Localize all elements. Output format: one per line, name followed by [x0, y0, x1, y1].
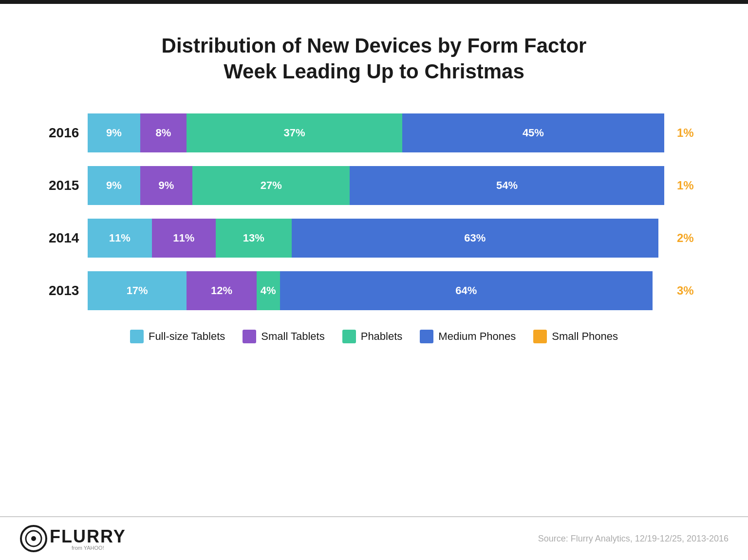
- bar-segment-phablet: 13%: [216, 219, 291, 258]
- trailing-label: 1%: [670, 126, 699, 140]
- bar-segment-phablet: 37%: [187, 113, 402, 152]
- legend-label: Full-size Tablets: [149, 330, 225, 343]
- title-line1: Distribution of New Devices by Form Fact…: [39, 33, 709, 59]
- legend-color-box: [243, 330, 256, 343]
- bar-segment-phablet: 27%: [192, 166, 350, 205]
- flurry-name: FLURRY: [50, 526, 126, 547]
- bar-segment-small_tablet: 12%: [187, 271, 257, 310]
- bar-segment-small_tablet: 8%: [140, 113, 187, 152]
- flurry-logo: FLURRY from YAHOO!: [19, 524, 126, 553]
- bar-segment-phablet: 4%: [257, 271, 280, 310]
- year-label: 2014: [49, 230, 88, 246]
- footer: FLURRY from YAHOO! Source: Flurry Analyt…: [0, 516, 748, 560]
- legend-item: Phablets: [342, 330, 403, 343]
- legend-color-box: [533, 330, 547, 343]
- legend-item: Medium Phones: [420, 330, 516, 343]
- legend-label: Small Phones: [552, 330, 618, 343]
- bar-segment-fullsize: 9%: [88, 113, 140, 152]
- bar-container: 9%8%37%45%: [88, 113, 670, 152]
- top-bar: [0, 0, 748, 4]
- bar-segment-small_tablet: 11%: [152, 219, 216, 258]
- year-label: 2016: [49, 125, 88, 141]
- legend-color-box: [130, 330, 144, 343]
- legend-label: Small Tablets: [261, 330, 324, 343]
- bar-row: 20159%9%27%54%1%: [49, 166, 699, 205]
- chart-area: 20169%8%37%45%1%20159%9%27%54%1%201411%1…: [39, 113, 709, 310]
- bar-container: 11%11%13%63%: [88, 219, 670, 258]
- bar-row: 201411%11%13%63%2%: [49, 219, 699, 258]
- bar-segment-medium_phone: 54%: [350, 166, 664, 205]
- legend-item: Small Phones: [533, 330, 618, 343]
- legend-color-box: [420, 330, 433, 343]
- bar-segment-fullsize: 9%: [88, 166, 140, 205]
- legend-label: Medium Phones: [438, 330, 516, 343]
- bar-container: 9%9%27%54%: [88, 166, 670, 205]
- title-line2: Week Leading Up to Christmas: [39, 59, 709, 85]
- bar-segment-medium_phone: 63%: [292, 219, 658, 258]
- legend: Full-size TabletsSmall TabletsPhabletsMe…: [39, 330, 709, 343]
- svg-point-2: [31, 536, 36, 541]
- legend-label: Phablets: [361, 330, 403, 343]
- bar-segment-medium_phone: 45%: [402, 113, 664, 152]
- bar-segment-fullsize: 11%: [88, 219, 152, 258]
- source-text: Source: Flurry Analytics, 12/19-12/25, 2…: [538, 534, 729, 544]
- flurry-logo-icon: [19, 524, 48, 553]
- legend-item: Small Tablets: [243, 330, 324, 343]
- trailing-label: 2%: [670, 231, 699, 245]
- year-label: 2013: [49, 283, 88, 299]
- trailing-label: 3%: [670, 284, 699, 298]
- legend-item: Full-size Tablets: [130, 330, 225, 343]
- year-label: 2015: [49, 178, 88, 193]
- trailing-label: 1%: [670, 179, 699, 192]
- main-container: Distribution of New Devices by Form Fact…: [0, 4, 748, 353]
- bar-segment-small_tablet: 9%: [140, 166, 193, 205]
- bar-segment-fullsize: 17%: [88, 271, 187, 310]
- bar-row: 201317%12%4%64%3%: [49, 271, 699, 310]
- bar-row: 20169%8%37%45%1%: [49, 113, 699, 152]
- legend-color-box: [342, 330, 356, 343]
- chart-title: Distribution of New Devices by Form Fact…: [39, 33, 709, 84]
- bar-segment-medium_phone: 64%: [280, 271, 653, 310]
- bar-container: 17%12%4%64%: [88, 271, 670, 310]
